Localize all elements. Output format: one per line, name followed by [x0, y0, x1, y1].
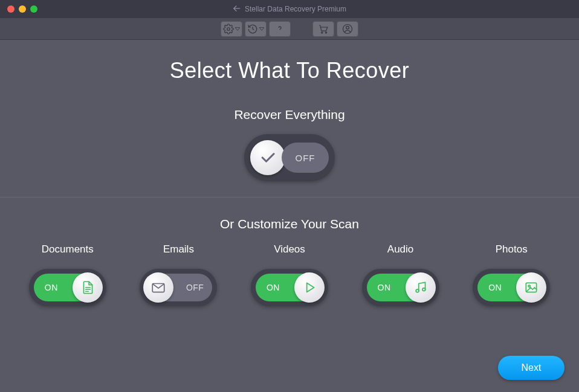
close-window-button[interactable] — [7, 5, 15, 13]
main-content: Select What To Recover Recover Everythin… — [0, 40, 579, 306]
video-icon — [294, 272, 325, 303]
category-label: Photos — [460, 243, 563, 255]
photos-toggle[interactable]: ON — [473, 269, 550, 306]
toggle-state: ON — [488, 283, 502, 292]
svg-point-8 — [346, 26, 349, 29]
history-button[interactable] — [245, 21, 267, 37]
document-icon — [73, 272, 103, 303]
category-label: Videos — [238, 243, 341, 255]
documents-toggle[interactable]: ON — [29, 269, 106, 306]
svg-point-14 — [416, 289, 419, 292]
app-title-wrap: Stellar Data Recovery Premium — [233, 4, 346, 14]
audio-icon — [406, 272, 436, 303]
toggle-state: ON — [267, 283, 280, 292]
back-icon[interactable] — [233, 4, 241, 14]
recover-everything-state: OFF — [282, 143, 329, 173]
category-videos: Videos ON — [238, 243, 341, 306]
recover-everything-label: Recover Everything — [0, 108, 579, 122]
titlebar: Stellar Data Recovery Premium — [0, 0, 579, 18]
svg-marker-13 — [307, 283, 314, 292]
separator — [0, 197, 579, 198]
customize-label: Or Customize Your Scan — [0, 217, 579, 231]
svg-point-5 — [322, 31, 323, 33]
recover-everything-toggle[interactable]: OFF — [244, 134, 335, 181]
minimize-window-button[interactable] — [19, 5, 26, 13]
svg-marker-2 — [235, 27, 240, 30]
next-button-label: Next — [522, 362, 542, 373]
toggle-state: OFF — [186, 283, 204, 292]
category-label: Emails — [127, 243, 230, 255]
window-controls — [0, 5, 37, 13]
category-audio: Audio ON — [349, 243, 452, 306]
check-icon — [250, 140, 285, 175]
settings-button[interactable] — [221, 21, 242, 37]
cart-button[interactable] — [312, 21, 334, 37]
category-photos: Photos ON — [460, 243, 563, 306]
videos-toggle[interactable]: ON — [251, 269, 328, 306]
emails-toggle[interactable]: OFF — [140, 269, 217, 306]
customize-section: Or Customize Your Scan Documents ON Emai… — [0, 217, 579, 306]
toggle-state: ON — [378, 283, 391, 292]
toggle-state: ON — [45, 283, 58, 292]
page-title: Select What To Recover — [0, 58, 579, 83]
category-label: Audio — [349, 243, 452, 255]
svg-point-6 — [325, 31, 326, 33]
toolbar-right-group — [312, 21, 358, 37]
audio-toggle[interactable]: ON — [362, 269, 439, 306]
svg-point-15 — [422, 288, 425, 291]
category-label: Documents — [16, 243, 119, 255]
account-button[interactable] — [337, 21, 358, 37]
category-emails: Emails OFF — [127, 243, 230, 306]
app-title: Stellar Data Recovery Premium — [245, 5, 346, 13]
photo-icon — [516, 272, 546, 303]
toolbar-left-group — [221, 21, 291, 37]
svg-point-17 — [528, 285, 530, 287]
toolbar — [0, 18, 579, 40]
help-button[interactable] — [269, 21, 291, 37]
svg-point-1 — [227, 27, 230, 30]
category-documents: Documents ON — [16, 243, 119, 306]
maximize-window-button[interactable] — [30, 5, 37, 13]
category-row: Documents ON Emails OFF Vide — [0, 243, 579, 306]
svg-marker-3 — [259, 27, 264, 30]
next-button[interactable]: Next — [498, 356, 564, 380]
